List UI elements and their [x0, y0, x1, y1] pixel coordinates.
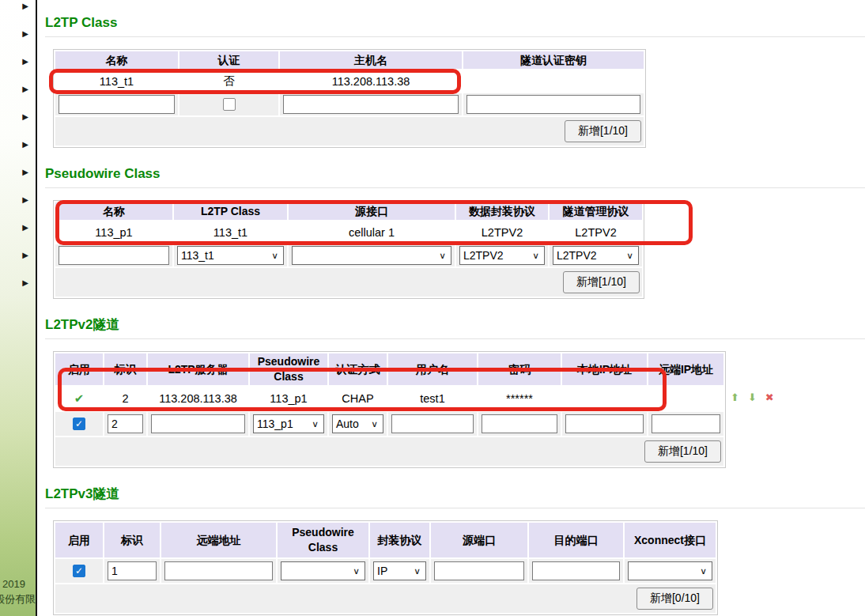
column-header: 数据封装协议 [456, 202, 548, 220]
source-interface-select[interactable]: ∨ [292, 246, 451, 265]
cell-hostname: 113.208.113.38 [280, 70, 462, 92]
expand-arrow-icon[interactable]: ▶ [22, 57, 28, 66]
delete-icon[interactable]: ✖ [765, 391, 774, 403]
column-header: 源端口 [431, 523, 527, 557]
section-pseudowire-class: Pseudowire Class 名称 L2TP Class 源接口 数据封装协… [37, 165, 865, 299]
column-header: 标识 [104, 523, 160, 557]
cell-auth: 否 [179, 70, 278, 92]
name-input[interactable] [59, 95, 175, 114]
expand-arrow-icon[interactable]: ▶ [22, 168, 28, 177]
sidebar-item-9[interactable]: ▶ [0, 221, 36, 249]
expand-arrow-icon[interactable]: ▶ [22, 195, 28, 205]
encapsulation-select[interactable]: IP ∨ [373, 561, 426, 580]
tunnel-management-select[interactable]: L2TPV2 ∨ [553, 246, 639, 265]
column-header: 隧道认证密钥 [463, 51, 644, 69]
sidebar-item-1[interactable]: ▶ [0, 0, 36, 28]
tunnel-id-input[interactable] [108, 414, 143, 433]
cell-auth-mode: CHAP [329, 387, 387, 410]
l2tp-class-table: 名称 认证 主机名 隧道认证密钥 113_t1 否 113.208.113.38… [53, 49, 646, 148]
copyright-year: 2019 [0, 576, 36, 591]
cell-name: 113_p1 [55, 221, 172, 243]
select-value: IP [377, 565, 387, 577]
l2tpv3-tunnel-table: 启用 标识 远端地址 Pseudowire Class 封装协议 源端口 目的端… [53, 520, 718, 615]
tunnel-secret-input[interactable] [466, 95, 640, 114]
chevron-down-icon: ∨ [414, 566, 421, 576]
page-title: L2TP Class [45, 14, 865, 32]
divider [45, 338, 865, 339]
add-button[interactable]: 新增[1/10] [644, 440, 721, 463]
username-input[interactable] [391, 414, 474, 433]
divider [45, 36, 865, 37]
expand-arrow-icon[interactable]: ▶ [22, 2, 28, 11]
add-button[interactable]: 新增[0/10] [636, 588, 713, 610]
password-input[interactable] [482, 414, 557, 433]
move-up-icon[interactable]: ⬆ [731, 391, 739, 403]
pseudowire-class-table: 名称 L2TP Class 源接口 数据封装协议 隧道管理协议 113_p1 1… [53, 200, 644, 299]
tunnel-id-input[interactable] [108, 561, 157, 580]
sidebar-item-10[interactable]: ▶ [0, 249, 36, 277]
add-button[interactable]: 新增[1/10] [563, 271, 640, 293]
sidebar-item-8[interactable]: ▶ [0, 194, 36, 221]
select-value: L2TPV2 [463, 249, 504, 262]
sidebar-item-2[interactable]: ▶ [0, 28, 36, 55]
copyright-company: 股份有限 [0, 591, 36, 607]
chevron-down-icon: ∨ [353, 566, 360, 576]
remote-ip-input[interactable] [652, 414, 720, 433]
column-header: 认证 [179, 51, 278, 69]
expand-arrow-icon[interactable]: ▶ [22, 85, 28, 94]
add-button[interactable]: 新增[1/10] [565, 120, 641, 142]
enable-checkbox[interactable]: ✓ [73, 418, 85, 430]
column-header: 远端IP地址 [648, 353, 723, 385]
pseudowire-class-select[interactable]: 113_p1 ∨ [253, 414, 324, 433]
sidebar-nav: ▶ ▶ ▶ ▶ ▶ ▶ ▶ ▶ ▶ ▶ ▶ 2019 股份有限 [0, 0, 37, 616]
expand-arrow-icon[interactable]: ▶ [22, 29, 28, 39]
chevron-down-icon: ∨ [626, 251, 633, 261]
copyright-text: 2019 股份有限 [0, 576, 36, 607]
xconnect-interface-select[interactable]: ∨ [628, 561, 712, 580]
chevron-down-icon: ∨ [532, 251, 539, 261]
name-input[interactable] [59, 246, 169, 265]
source-port-input[interactable] [434, 561, 524, 580]
cell-data-encapsulation: L2TPV2 [456, 221, 548, 243]
column-header: 源接口 [289, 202, 455, 220]
cell-pseudowire-class: 113_p1 [250, 387, 327, 410]
expand-arrow-icon[interactable]: ▶ [22, 251, 28, 260]
sidebar-item-5[interactable]: ▶ [0, 111, 36, 138]
server-input[interactable] [151, 414, 245, 433]
column-header: 认证方式 [329, 353, 387, 385]
enable-checkbox[interactable]: ✓ [73, 565, 85, 577]
expand-arrow-icon[interactable]: ▶ [22, 140, 28, 149]
select-value: L2TPV2 [557, 249, 597, 262]
sidebar-item-6[interactable]: ▶ [0, 138, 36, 166]
column-header: 启用 [55, 353, 103, 385]
hostname-input[interactable] [283, 95, 459, 114]
column-header: 用户名 [388, 353, 477, 385]
expand-arrow-icon[interactable]: ▶ [22, 278, 28, 288]
expand-arrow-icon[interactable]: ▶ [22, 112, 28, 122]
sidebar-item-7[interactable]: ▶ [0, 166, 36, 194]
sidebar-item-4[interactable]: ▶ [0, 83, 36, 111]
column-header: L2TP Class [174, 202, 287, 220]
column-header: Pseudowire Class [250, 353, 327, 385]
dest-port-input[interactable] [532, 561, 620, 580]
cell-name: 113_t1 [55, 70, 178, 92]
auth-checkbox[interactable] [223, 98, 236, 111]
sidebar-item-11[interactable]: ▶ [0, 277, 36, 304]
column-header: 目的端口 [529, 523, 623, 557]
expand-arrow-icon[interactable]: ▶ [22, 223, 28, 232]
select-value: 113_t1 [181, 249, 214, 262]
section-l2tp-class: L2TP Class 名称 认证 主机名 隧道认证密钥 113_t1 否 113… [37, 14, 865, 148]
local-ip-input[interactable] [565, 414, 644, 433]
column-header: 封装协议 [370, 523, 429, 557]
column-header: 名称 [55, 51, 178, 69]
l2tp-class-select[interactable]: 113_t1 ∨ [177, 246, 284, 265]
pseudowire-class-select[interactable]: ∨ [281, 561, 365, 580]
sidebar-item-3[interactable]: ▶ [0, 55, 36, 83]
column-header: 主机名 [280, 51, 462, 69]
data-encapsulation-select[interactable]: L2TPV2 ∨ [459, 246, 545, 265]
cell-source-interface: cellular 1 [289, 221, 455, 243]
move-down-icon[interactable]: ⬇ [748, 391, 757, 403]
auth-mode-select[interactable]: Auto ∨ [332, 414, 383, 433]
remote-address-input[interactable] [164, 561, 273, 580]
column-header: 标识 [104, 353, 146, 385]
